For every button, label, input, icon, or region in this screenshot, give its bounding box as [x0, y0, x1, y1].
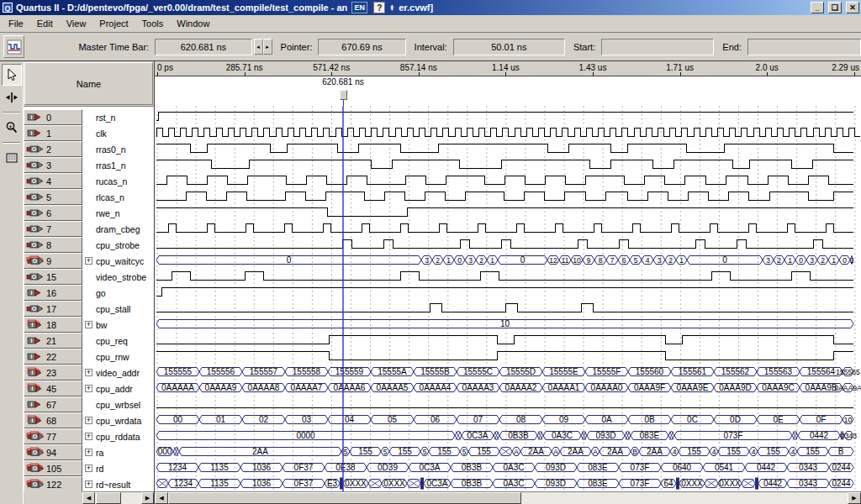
waveform-scrollbar[interactable]: ◀ ▶: [155, 491, 861, 504]
master-time-spin-right[interactable]: ▸: [263, 39, 272, 55]
master-time-spin-left[interactable]: ◂: [254, 39, 263, 55]
signal-id-button[interactable]: I45: [24, 381, 82, 396]
expand-group-icon[interactable]: +: [85, 433, 92, 440]
signal-name-cpu_rddata[interactable]: +cpu_rddata: [82, 428, 154, 444]
menu-edit[interactable]: Edit: [30, 16, 60, 31]
signal-name-cpu_wrdata[interactable]: +cpu_wrdata: [82, 412, 154, 428]
signal-name-cpu_stall[interactable]: cpu_stall: [82, 301, 154, 317]
signal-id-button[interactable]: O105: [24, 460, 82, 476]
signal-name-clk[interactable]: clk: [82, 125, 154, 141]
svg-text:3: 3: [766, 256, 770, 265]
scroll-left-icon[interactable]: ◀: [155, 492, 168, 504]
expand-group-icon[interactable]: +: [85, 369, 92, 376]
marker-strip[interactable]: 620.681 ns: [155, 76, 861, 106]
master-time-bar-field[interactable]: 620.681 ns: [155, 39, 251, 55]
signal-name-go[interactable]: go: [82, 285, 154, 301]
close-button[interactable]: ✕: [846, 2, 859, 13]
signal-name-video_addr[interactable]: +video_addr: [82, 365, 154, 381]
name-panel-scrollbar[interactable]: ◀ ▶: [82, 491, 154, 504]
signal-name-rst_n[interactable]: rst_n: [82, 109, 154, 125]
ruler-tick-label: 2.0 us: [756, 63, 779, 72]
signal-id-button[interactable]: O94: [24, 444, 82, 460]
signal-id-button[interactable]: O7: [24, 221, 82, 237]
signal-name-cpu_strobe[interactable]: cpu_strobe: [82, 237, 154, 253]
signal-id-button[interactable]: O122: [24, 476, 82, 491]
scrollbar-thumb[interactable]: [168, 492, 521, 504]
signal-name-ra[interactable]: +ra: [82, 444, 154, 460]
signal-id-button[interactable]: I0: [24, 109, 82, 125]
signal-name-cpu_addr[interactable]: +cpu_addr: [82, 381, 154, 396]
menu-tools[interactable]: Tools: [135, 16, 171, 31]
signal-id-button[interactable]: I22: [24, 349, 82, 365]
svg-text:0: 0: [520, 255, 526, 265]
menu-file[interactable]: File: [2, 16, 30, 31]
scroll-right-icon[interactable]: ▶: [141, 492, 154, 504]
signal-id-button[interactable]: O77: [24, 428, 82, 444]
expand-group-icon[interactable]: +: [85, 385, 92, 392]
signal-id-button[interactable]: O8: [24, 237, 82, 253]
signal-id-button[interactable]: O17: [24, 301, 82, 317]
signal-name-rras0_n[interactable]: rras0_n: [82, 141, 154, 157]
expand-group-icon[interactable]: +: [85, 257, 92, 265]
signal-id-button[interactable]: I18: [24, 317, 82, 333]
help-icon[interactable]: ?: [373, 2, 385, 13]
signal-name-rucas_n[interactable]: rucas_n: [82, 173, 154, 189]
signal-id-button[interactable]: O2: [24, 141, 82, 157]
restore-button[interactable]: ❏: [828, 2, 842, 13]
svg-text:1036: 1036: [252, 463, 272, 472]
minimize-button[interactable]: _: [811, 2, 824, 13]
signal-name-label: video_addr: [96, 368, 140, 378]
expand-group-icon[interactable]: +: [85, 417, 92, 424]
signal-name-rd[interactable]: +rd: [82, 460, 154, 476]
signal-name-cpu_waitcyc[interactable]: +cpu_waitcyc: [82, 253, 154, 269]
master-time-marker-handle[interactable]: [340, 90, 347, 100]
svg-text:0A3C: 0A3C: [503, 479, 524, 488]
signal-name-rwe_n[interactable]: rwe_n: [82, 205, 154, 221]
scrollbar-thumb[interactable]: [96, 492, 121, 504]
signal-name-dram_cbeg[interactable]: dram_cbeg: [82, 221, 154, 237]
language-bar-options-icon[interactable]: ▲▼: [389, 4, 394, 11]
selection-tool-button[interactable]: [2, 64, 22, 86]
signal-id-button[interactable]: O6: [24, 205, 82, 221]
signal-id-button[interactable]: I23: [24, 365, 82, 381]
signal-id-button[interactable]: I67: [24, 396, 82, 412]
grid-tool-button[interactable]: [2, 147, 22, 169]
signal-id-button[interactable]: I21: [24, 333, 82, 349]
signal-name-video_strobe[interactable]: video_strobe: [82, 269, 154, 285]
signal-name-rras1_n[interactable]: rras1_n: [82, 157, 154, 173]
time-ruler[interactable]: 0 ps285.71 ns571.42 ns857.14 ns1.14 us1.…: [155, 61, 861, 76]
signal-id-button[interactable]: I16: [24, 285, 82, 301]
waveform-canvas[interactable]: 0321032101211109876543210321032101101555…: [155, 106, 861, 491]
signal-id-button[interactable]: O5: [24, 189, 82, 205]
language-badge[interactable]: EN: [351, 2, 367, 13]
signal-id-button[interactable]: O9: [24, 253, 82, 269]
out-pin-icon: O: [26, 479, 45, 490]
menu-project[interactable]: Project: [92, 16, 135, 31]
signal-id-button[interactable]: O3: [24, 157, 82, 173]
signal-id-button[interactable]: I68: [24, 412, 82, 428]
signal-name-bw[interactable]: +bw: [82, 317, 154, 333]
waveform-editor-button[interactable]: [3, 35, 24, 58]
signal-name-cpu_rnw[interactable]: cpu_rnw: [82, 349, 154, 365]
expand-group-icon[interactable]: +: [85, 480, 92, 488]
signal-id-button[interactable]: O15: [24, 269, 82, 285]
scroll-left-icon[interactable]: ◀: [82, 492, 95, 504]
menu-window[interactable]: Window: [170, 16, 216, 31]
signal-id-button[interactable]: O4: [24, 173, 82, 189]
in-pin-icon: I: [26, 287, 45, 298]
signal-name-cpu_wrbsel[interactable]: cpu_wrbsel: [82, 396, 154, 412]
svg-text:O: O: [33, 481, 38, 487]
signal-id-button[interactable]: I1: [24, 125, 82, 141]
signal-name-rd~result[interactable]: +rd~result: [82, 476, 154, 491]
out-pin-icon: O: [26, 303, 45, 314]
waveform-panel: 0 ps285.71 ns571.42 ns857.14 ns1.14 us1.…: [154, 61, 861, 504]
expand-group-icon[interactable]: +: [85, 321, 92, 328]
expand-group-icon[interactable]: +: [85, 465, 92, 472]
scroll-right-icon[interactable]: ▶: [848, 492, 861, 504]
signal-name-cpu_req[interactable]: cpu_req: [82, 333, 154, 349]
zoom-tool-button[interactable]: ±: [2, 117, 22, 139]
menu-view[interactable]: View: [60, 16, 93, 31]
expand-group-icon[interactable]: +: [85, 449, 92, 456]
signal-name-rlcas_n[interactable]: rlcas_n: [82, 189, 154, 205]
time-bar-tool-button[interactable]: [2, 87, 22, 108]
